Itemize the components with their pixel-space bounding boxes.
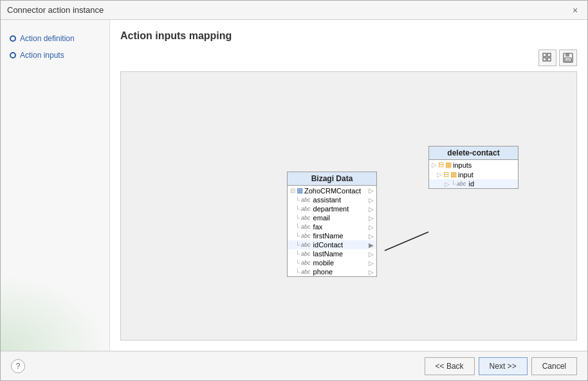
svg-rect-1 [547, 53, 551, 57]
table-icon: ▦ [297, 186, 303, 195]
sidebar-item-action-definition[interactable]: Action definition [7, 33, 103, 44]
row-label: inputs [453, 161, 472, 169]
table-row[interactable]: ▷ ⊟ ▦ inputs [429, 160, 518, 170]
row-label: assistant [313, 196, 341, 204]
row-label: email [313, 214, 330, 222]
row-label: firstName [313, 232, 344, 240]
expand-icon: ⊟ [443, 170, 449, 179]
main-panel: Action inputs mapping [110, 20, 587, 351]
save-button[interactable] [559, 49, 577, 66]
connector-table-header: delete-contact [429, 146, 518, 160]
row-label: id [469, 180, 475, 188]
bullet-icon [10, 52, 16, 58]
bizagi-table-header: Bizagi Data [288, 172, 376, 186]
arrow-icon: ▷ [369, 251, 374, 258]
connector-table-body: ▷ ⊟ ▦ inputs ▷ ⊟ ▦ input ▷ [429, 160, 518, 188]
abc-icon: abc [301, 197, 311, 203]
content-area: Action definition Action inputs Action i… [1, 20, 587, 351]
bullet-icon [10, 35, 16, 42]
folder-icon: ▦ [450, 170, 457, 179]
table-row-idcontact[interactable]: └ abc idContact ▶ [288, 240, 376, 249]
row-label: lastName [313, 250, 343, 258]
connector-table: delete-contact ▷ ⊟ ▦ inputs ▷ ⊟ ▦ inpu [428, 146, 519, 189]
abc-icon: abc [301, 224, 311, 230]
abc-icon: abc [301, 233, 311, 239]
row-label: phone [313, 268, 333, 276]
expand-button[interactable] [538, 49, 556, 66]
back-button[interactable]: << Back [425, 357, 475, 375]
abc-icon: abc [301, 215, 311, 221]
page-title: Action inputs mapping [120, 30, 577, 42]
bizagi-table-body: ⊟ ▦ ZohoCRMContact ▷ └ abc assistant ▷ [288, 186, 376, 276]
sidebar-item-label: Action inputs [20, 51, 64, 60]
expand-icon: ⊟ [438, 161, 444, 169]
table-row[interactable]: └ abc department ▷ [288, 204, 376, 213]
svg-rect-5 [565, 53, 569, 57]
cancel-button[interactable]: Cancel [531, 357, 577, 375]
arrow-icon: ▷ [369, 224, 374, 231]
abc-icon: abc [301, 260, 311, 266]
abc-icon: abc [301, 269, 311, 275]
arrow-icon: ▷ [369, 269, 374, 276]
table-row[interactable]: └ abc phone ▷ [288, 267, 376, 276]
arrow-icon: ▷ [369, 197, 374, 204]
row-label: idContact [313, 241, 343, 249]
table-row[interactable]: └ abc email ▷ [288, 213, 376, 222]
table-row[interactable]: ▷ ⊟ ▦ input [429, 170, 518, 179]
svg-rect-7 [566, 59, 570, 61]
folder-icon: ▦ [445, 161, 452, 169]
sidebar-item-action-inputs[interactable]: Action inputs [7, 49, 103, 61]
expand-icon: ⊟ [290, 187, 295, 194]
table-row[interactable]: └ abc fax ▷ [288, 222, 376, 231]
arrow-icon: ▷ [369, 260, 374, 267]
svg-rect-3 [547, 58, 551, 61]
abc-icon: abc [301, 251, 311, 257]
arrow-icon: ▷ [369, 206, 374, 213]
row-label: input [458, 171, 473, 179]
mapping-canvas: Bizagi Data ⊟ ▦ ZohoCRMContact ▷ └ abc [120, 71, 577, 341]
abc-icon: abc [457, 181, 466, 187]
arrow-icon: ▷ [369, 233, 374, 240]
main-window: Connector action instance × Action defin… [0, 0, 588, 381]
bizagi-table: Bizagi Data ⊟ ▦ ZohoCRMContact ▷ └ abc [287, 172, 377, 277]
sidebar: Action definition Action inputs [1, 20, 110, 351]
table-row[interactable]: └ abc mobile ▷ [288, 258, 376, 267]
footer-left: ? [11, 359, 25, 373]
table-row-id[interactable]: ▷ └ abc id [429, 179, 518, 188]
window-title: Connector action instance [7, 5, 104, 15]
table-row[interactable]: └ abc assistant ▷ [288, 195, 376, 204]
svg-rect-0 [543, 53, 546, 57]
row-label: fax [313, 223, 323, 231]
table-row[interactable]: ⊟ ▦ ZohoCRMContact ▷ [288, 186, 376, 195]
next-button[interactable]: Next >> [479, 357, 528, 375]
svg-line-8 [385, 232, 428, 251]
row-label: mobile [313, 259, 334, 267]
close-button[interactable]: × [569, 4, 581, 16]
footer: ? << Back Next >> Cancel [1, 351, 587, 380]
row-label: ZohoCRMContact [304, 187, 361, 195]
abc-icon: abc [301, 206, 311, 212]
footer-buttons: << Back Next >> Cancel [425, 357, 577, 375]
arrow-icon: ▶ [369, 242, 374, 249]
arrow-icon: ▷ [369, 215, 374, 222]
toolbar [120, 49, 577, 66]
arrow-icon: ▷ [369, 187, 374, 194]
svg-rect-2 [543, 58, 546, 61]
sidebar-item-label: Action definition [20, 34, 75, 43]
row-label: department [313, 205, 349, 213]
title-bar: Connector action instance × [1, 1, 587, 20]
abc-icon: abc [301, 242, 311, 248]
table-row[interactable]: └ abc firstName ▷ [288, 231, 376, 240]
table-row[interactable]: └ abc lastName ▷ [288, 249, 376, 258]
help-button[interactable]: ? [11, 359, 25, 373]
